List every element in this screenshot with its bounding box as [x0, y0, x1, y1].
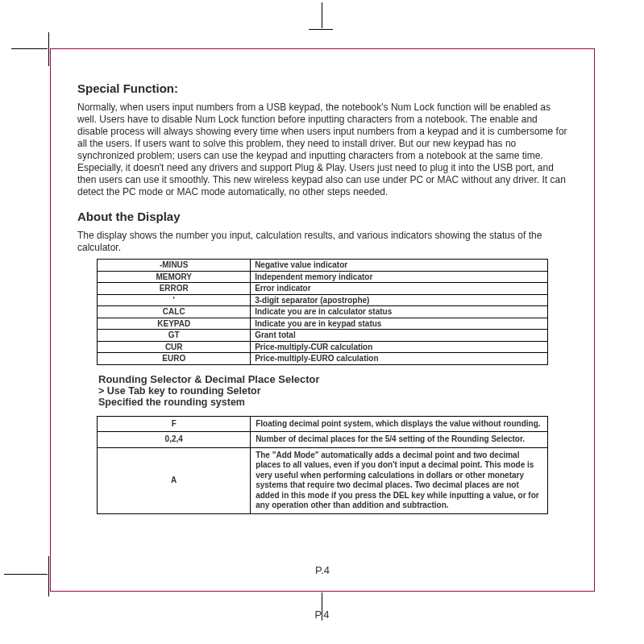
indicator-key: ' [98, 294, 251, 306]
table-row: GTGrant total [98, 330, 547, 342]
indicator-value: 3-digit separator (apostrophe) [251, 294, 548, 306]
indicator-table: -MINUSNegative value indicator MEMORYInd… [97, 259, 547, 365]
indicator-key: MEMORY [98, 271, 251, 283]
table-row: FFloating decimal point system, which di… [98, 416, 547, 432]
rounding-title: Rounding Selector & Decimal Place Select… [98, 373, 567, 385]
crop-mark [48, 556, 49, 596]
table-row: CALCIndicate you are in calculator statu… [98, 306, 547, 318]
table-row: ERRORError indicator [98, 283, 547, 295]
crop-mark [11, 48, 48, 49]
about-display-body: The display shows the number you input, … [77, 230, 567, 254]
indicator-key: EURO [98, 353, 251, 365]
special-function-body: Normally, when users input numbers from … [77, 102, 567, 198]
rounding-key: F [98, 416, 251, 432]
table-row: '3-digit separator (apostrophe) [98, 294, 547, 306]
about-display-heading: About the Display [77, 210, 567, 223]
rounding-value: Floating decimal point system, which dis… [251, 416, 548, 432]
table-row: 0,2,4Number of decimal places for the 5/… [98, 432, 547, 448]
indicator-value: Independent memory indicator [251, 271, 548, 283]
indicator-key: GT [98, 330, 251, 342]
rounding-value: The "Add Mode" automatically adds a deci… [251, 447, 548, 513]
crop-mark [4, 574, 48, 575]
indicator-value: Indicate you are in keypad status [251, 318, 548, 330]
special-function-heading: Special Function: [77, 81, 567, 95]
indicator-key: CUR [98, 341, 251, 353]
indicator-key: ERROR [98, 283, 251, 295]
indicator-value: Grant total [251, 330, 548, 342]
table-row: CURPrice-multiply-CUR calculation [98, 341, 547, 353]
table-row: MEMORYIndependent memory indicator [98, 271, 547, 283]
table-row: AThe "Add Mode" automatically adds a dec… [98, 447, 547, 513]
page-number-inner: P.4 [51, 564, 594, 576]
rounding-key: 0,2,4 [98, 432, 251, 448]
indicator-key: CALC [98, 306, 251, 318]
rounding-subtitle: Specified the rounding system [98, 397, 567, 408]
rounding-hint: > Use Tab key to rounding Seletor [98, 385, 567, 397]
table-row: EUROPrice-multiply-EURO calculation [98, 353, 547, 365]
table-row: -MINUSNegative value indicator [98, 260, 547, 272]
rounding-table: FFloating decimal point system, which di… [97, 416, 547, 514]
rounding-block: Rounding Selector & Decimal Place Select… [98, 373, 567, 408]
indicator-key: KEYPAD [98, 318, 251, 330]
indicator-value: Error indicator [251, 283, 548, 295]
rounding-key: A [98, 447, 251, 513]
table-row: KEYPADIndicate you are in keypad status [98, 318, 547, 330]
crop-mark [309, 29, 333, 30]
crop-mark [322, 2, 322, 28]
indicator-value: Negative value indicator [251, 260, 548, 272]
crop-mark [48, 32, 49, 66]
indicator-value: Price-multiply-CUR calculation [251, 341, 548, 353]
page-frame: Special Function: Normally, when users i… [50, 48, 595, 592]
indicator-value: Price-multiply-EURO calculation [251, 353, 548, 365]
indicator-value: Indicate you are in calculator status [251, 306, 548, 318]
rounding-value: Number of decimal places for the 5/4 set… [251, 432, 548, 448]
indicator-key: -MINUS [98, 260, 251, 272]
page-number-outer: P.4 [0, 609, 644, 621]
